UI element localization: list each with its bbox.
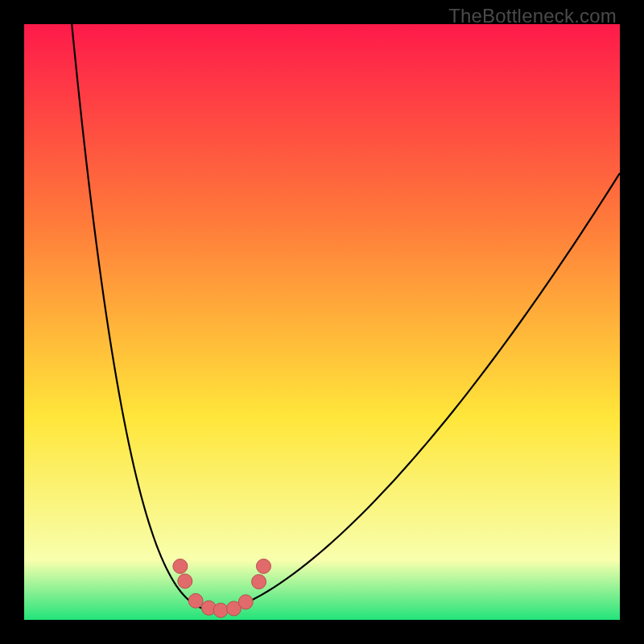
data-dot bbox=[173, 559, 188, 573]
data-dot bbox=[252, 575, 266, 589]
data-dot bbox=[178, 574, 192, 588]
gradient-background bbox=[24, 24, 620, 620]
data-dot bbox=[238, 595, 253, 609]
watermark-text: TheBottleneck.com bbox=[448, 5, 617, 27]
data-dot bbox=[213, 603, 228, 617]
outer-frame: TheBottleneck.com bbox=[0, 0, 644, 644]
data-dot bbox=[256, 559, 270, 573]
data-dot bbox=[188, 593, 203, 608]
chart-canvas bbox=[24, 24, 620, 620]
